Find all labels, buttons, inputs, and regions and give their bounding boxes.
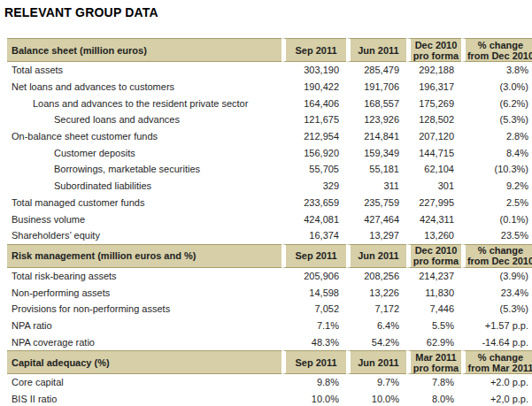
value-pct-change: (5.3%) [461, 301, 532, 318]
table-row: Total assets 303,190 285,479 292,188 3.8… [7, 62, 532, 79]
value-pct-change: (10.3%) [461, 161, 532, 178]
value-pct-change: +2.0 p.p. [461, 374, 532, 391]
value-jun-2011: 55,181 [346, 161, 406, 178]
value-jun-2011: 235,759 [346, 195, 406, 211]
value-pct-change: (3.9%) [461, 268, 532, 285]
value-sep-2011: 233,659 [281, 195, 346, 211]
value-dec-2010: 196,317 [406, 79, 461, 96]
value-pct-change: (3.0%) [461, 79, 532, 96]
value-pct-change: 23.5% [461, 227, 532, 244]
value-sep-2011: 156,920 [281, 144, 346, 161]
group-data-table: Balance sheet (million euros) Sep 2011 J… [7, 38, 532, 406]
column-header-jun-2011: Jun 2011 [346, 38, 406, 62]
row-label: Business volume [7, 211, 281, 227]
value-pct-change: +2,0 p.p. [461, 391, 532, 406]
value-jun-2011: 159,349 [346, 144, 406, 161]
table-row: Loans and advances to the resident priva… [7, 95, 532, 111]
value-sep-2011: 424,081 [281, 211, 346, 227]
value-mar-2011: 8.0% [406, 391, 461, 406]
value-jun-2011: 168,557 [346, 95, 406, 111]
value-dec-2010: 292,188 [406, 62, 461, 79]
column-header-sep-2011: Sep 2011 [281, 244, 346, 268]
value-jun-2011: 10.0% [346, 391, 406, 406]
row-label: Total managed customer funds [7, 195, 281, 211]
value-pct-change: (6.2%) [461, 95, 532, 111]
value-sep-2011: 121,675 [281, 111, 346, 128]
value-jun-2011: 13,226 [346, 284, 406, 301]
column-header-dec-2010-pro-forma: Dec 2010 pro forma [406, 244, 461, 268]
row-label: Loans and advances to the resident priva… [7, 95, 281, 111]
row-label: Total risk-bearing assets [7, 268, 281, 285]
value-sep-2011: 10.0% [281, 391, 346, 406]
value-pct-change: 23.4% [461, 284, 532, 301]
column-header-jun-2011: Jun 2011 [346, 350, 406, 374]
row-label: Non-performing assets [7, 284, 281, 301]
row-label: NPA coverage ratio [7, 333, 281, 350]
value-sep-2011: 205,906 [281, 268, 346, 285]
value-jun-2011: 13,297 [346, 227, 406, 244]
value-sep-2011: 212,954 [281, 128, 346, 145]
table-row: Non-performing assets 14,598 13,226 11,8… [7, 284, 532, 301]
value-jun-2011: 7,172 [346, 301, 406, 318]
value-sep-2011: 48.3% [281, 333, 346, 350]
table-row: Net loans and advances to customers 190,… [7, 79, 532, 96]
value-sep-2011: 55,705 [281, 161, 346, 178]
table-row: On-balance sheet customer funds 212,954 … [7, 128, 532, 145]
row-label: Secured loans and advances [7, 111, 281, 128]
value-dec-2010: 207,120 [406, 128, 461, 145]
value-dec-2010: 13,260 [406, 227, 461, 244]
row-label: Core capital [7, 374, 281, 391]
table-row: Borrowings, marketable securities 55,705… [7, 161, 532, 178]
value-dec-2010: 7,446 [406, 301, 461, 318]
section-header-balance-sheet: Balance sheet (million euros) [7, 38, 281, 62]
row-label: On-balance sheet customer funds [7, 128, 281, 145]
row-label: BIS II ratio [7, 391, 281, 406]
value-sep-2011: 190,422 [281, 79, 346, 96]
value-sep-2011: 7,052 [281, 301, 346, 318]
table-row: Customer deposits 156,920 159,349 144,71… [7, 144, 532, 161]
value-jun-2011: 6.4% [346, 318, 406, 334]
table-row: Subordinated liabilities 329 311 301 9.2… [7, 178, 532, 195]
table-row: Total risk-bearing assets 205,906 208,25… [7, 268, 532, 285]
value-dec-2010: 62.9% [406, 333, 461, 350]
row-label: Borrowings, marketable securities [7, 161, 281, 178]
value-dec-2010: 214,237 [406, 268, 461, 285]
value-mar-2011: 7.8% [406, 374, 461, 391]
value-jun-2011: 9.7% [346, 374, 406, 391]
row-label: Customer deposits [7, 144, 281, 161]
row-label: Provisions for non-performing assets [7, 301, 281, 318]
table-row: NPA coverage ratio 48.3% 54.2% 62.9% -14… [7, 333, 532, 350]
page-title: RELEVANT GROUP DATA [4, 5, 532, 19]
value-sep-2011: 329 [281, 178, 346, 195]
table-row: Shareholders’ equity 16,374 13,297 13,26… [7, 227, 532, 244]
column-header-pct-change: % change from Mar 2011 [461, 350, 532, 374]
value-jun-2011: 54.2% [346, 333, 406, 350]
value-pct-change: 3.8% [461, 62, 532, 79]
column-header-mar-2011-pro-forma: Mar 2011 pro forma [406, 350, 461, 374]
column-header-pct-change: % change from Dec 2010 [461, 244, 532, 268]
table-row: Total managed customer funds 233,659 235… [7, 195, 532, 211]
value-dec-2010: 227,995 [406, 195, 461, 211]
balance-sheet-header-row: Balance sheet (million euros) Sep 2011 J… [7, 38, 532, 62]
section-header-capital-adequacy: Capital adequacy (%) [7, 350, 281, 374]
value-sep-2011: 303,190 [281, 62, 346, 79]
row-label: Total assets [7, 62, 281, 79]
value-pct-change: 8.4% [461, 144, 532, 161]
value-pct-change: 2.8% [461, 128, 532, 145]
value-sep-2011: 14,598 [281, 284, 346, 301]
value-sep-2011: 16,374 [281, 227, 346, 244]
value-jun-2011: 123,926 [346, 111, 406, 128]
value-dec-2010: 128,502 [406, 111, 461, 128]
table-row: Core capital 9.8% 9.7% 7.8% +2.0 p.p. [7, 374, 532, 391]
column-header-sep-2011: Sep 2011 [281, 350, 346, 374]
column-header-pct-change: % change from Dec 2010 [461, 38, 532, 62]
column-header-dec-2010-pro-forma: Dec 2010 pro forma [406, 38, 461, 62]
risk-management-header-row: Risk management (million euros and %) Se… [7, 244, 532, 268]
value-pct-change: 2.5% [461, 195, 532, 211]
value-dec-2010: 144,715 [406, 144, 461, 161]
table-row: Secured loans and advances 121,675 123,9… [7, 111, 532, 128]
value-dec-2010: 5.5% [406, 318, 461, 334]
value-pct-change: +1.57 p.p. [461, 318, 532, 334]
value-jun-2011: 191,706 [346, 79, 406, 96]
value-sep-2011: 7.1% [281, 318, 346, 334]
